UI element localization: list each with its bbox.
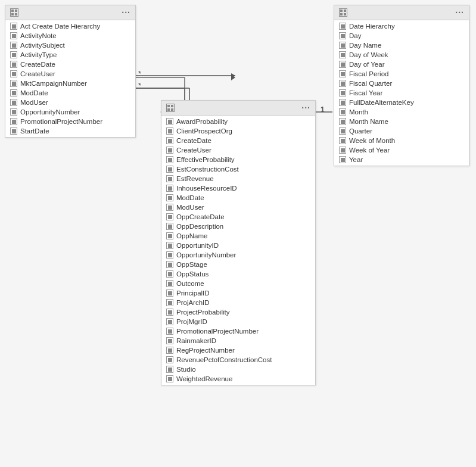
table-row[interactable]: Outcome [161, 279, 315, 288]
table-row[interactable]: CreateUser [161, 145, 315, 155]
table-row[interactable]: Day of Year [334, 60, 469, 69]
table-row[interactable]: Week of Year [334, 145, 469, 155]
table-icon-opp [166, 104, 175, 112]
field-name: OppName [176, 232, 207, 239]
field-type-icon [339, 70, 346, 77]
table-row[interactable]: FullDateAlternateKey [334, 98, 469, 107]
table-row[interactable]: PrincipalID [161, 288, 315, 298]
table-row[interactable]: CreateDate [161, 136, 315, 145]
field-type-icon [339, 156, 346, 163]
table-row[interactable]: OpportunityNumber [5, 107, 135, 117]
table-row[interactable]: ModDate [161, 193, 315, 203]
table-row[interactable]: PromotionalProjectNumber [5, 117, 135, 126]
table-row[interactable]: AwardProbability [161, 117, 315, 126]
field-name: MktCampaignNumber [20, 80, 87, 87]
table-row[interactable]: ActivitySubject [5, 41, 135, 50]
field-type-icon [166, 137, 173, 144]
table-row[interactable]: MktCampaignNumber [5, 79, 135, 88]
field-type-icon [166, 118, 173, 125]
table-row[interactable]: Fiscal Year [334, 88, 469, 98]
table-row[interactable]: Day [334, 31, 469, 41]
field-type-icon [166, 280, 173, 287]
field-name: CreateDate [176, 137, 211, 144]
table-row[interactable]: ClientProspectOrg [161, 126, 315, 136]
table-row[interactable]: Month Name [334, 117, 469, 126]
field-type-icon [10, 70, 17, 77]
mktcalendar-menu[interactable]: ··· [122, 8, 130, 17]
table-row[interactable]: OppStatus [161, 269, 315, 279]
table-row[interactable]: ModUser [161, 203, 315, 212]
table-row[interactable]: Fiscal Period [334, 69, 469, 79]
table-row[interactable]: Year [334, 155, 469, 164]
table-row[interactable]: Fiscal Quarter [334, 79, 469, 88]
table-row[interactable]: CreateUser [5, 69, 135, 79]
mktopportunity-menu[interactable]: ··· [301, 104, 310, 112]
table-row[interactable]: OppStage [161, 260, 315, 269]
table-row[interactable]: OppDescription [161, 222, 315, 231]
table-row[interactable]: RevenuePctofConstructionCost [161, 355, 315, 365]
table-row[interactable]: OppName [161, 231, 315, 241]
field-name: Day [349, 32, 361, 39]
field-name: Fiscal Period [349, 70, 388, 77]
field-name: Week of Month [349, 137, 395, 144]
field-type-icon [339, 23, 346, 30]
table-row[interactable]: OpportunityNumber [161, 250, 315, 260]
field-name: Day of Year [349, 61, 384, 68]
table-row[interactable]: Day Name [334, 41, 469, 50]
table-row[interactable]: RainmakerID [161, 336, 315, 345]
field-type-icon [10, 80, 17, 87]
field-type-icon [339, 80, 346, 87]
field-name: FullDateAlternateKey [349, 99, 414, 106]
table-row[interactable]: ActivityType [5, 50, 135, 60]
field-type-icon [166, 289, 173, 297]
table-row[interactable]: ActivityNote [5, 31, 135, 41]
table-row[interactable]: PromotionalProjectNumber [161, 326, 315, 336]
svg-marker-8 [231, 74, 235, 80]
field-name: Week of Year [349, 147, 390, 154]
mktopportunity-table: ··· AwardProbabilityClientProspectOrgCre… [161, 100, 316, 385]
table-row[interactable]: OppCreateDate [161, 212, 315, 222]
table-row[interactable]: StartDate [5, 126, 135, 136]
field-name: ProjMgrID [176, 318, 207, 325]
field-name: ActivityNote [20, 32, 57, 39]
table-row[interactable]: EstConstructionCost [161, 164, 315, 174]
table-row[interactable]: ProjArchID [161, 298, 315, 307]
table-row[interactable]: Date Hierarchy [334, 21, 469, 31]
table-row[interactable]: Act Create Date Hierarchy [5, 21, 135, 31]
svg-rect-24 [171, 108, 173, 111]
field-type-icon [10, 32, 17, 39]
table-row[interactable]: WeightedRevenue [161, 374, 315, 384]
table-row[interactable]: Month [334, 107, 469, 117]
field-name: AwardProbability [176, 118, 228, 125]
field-type-icon [166, 299, 173, 306]
mktopportunity-header: ··· [161, 101, 315, 116]
table-row[interactable]: EffectiveProbability [161, 155, 315, 164]
field-type-icon [166, 375, 173, 382]
field-type-icon [10, 23, 17, 30]
field-type-icon [166, 185, 173, 192]
table-row[interactable]: RegProjectNumber [161, 345, 315, 355]
mktopportunity-body: AwardProbabilityClientProspectOrgCreateD… [161, 116, 315, 385]
table-icon-date [339, 8, 347, 17]
table-row[interactable]: OpportunityID [161, 241, 315, 250]
field-type-icon [339, 108, 346, 116]
field-type-icon [166, 270, 173, 278]
table-row[interactable]: ModUser [5, 98, 135, 107]
table-row[interactable]: ModDate [5, 88, 135, 98]
table-row[interactable]: Quarter [334, 126, 469, 136]
table-row[interactable]: ProjMgrID [161, 317, 315, 326]
field-name: ProjArchID [176, 299, 210, 306]
table-row[interactable]: ProjectProbability [161, 307, 315, 317]
table-row[interactable]: Week of Month [334, 136, 469, 145]
field-name: ModUser [176, 204, 204, 211]
field-type-icon [166, 156, 173, 163]
table-row[interactable]: InhouseResourceID [161, 183, 315, 193]
table-row[interactable]: CreateDate [5, 60, 135, 69]
datedimension-menu[interactable]: ··· [455, 8, 464, 17]
field-name: InhouseResourceID [176, 185, 237, 192]
field-name: ModUser [20, 99, 48, 106]
table-row[interactable]: EstRevenue [161, 174, 315, 183]
table-row[interactable]: Studio [161, 365, 315, 374]
table-row[interactable]: Day of Week [334, 50, 469, 60]
field-name: ClientProspectOrg [176, 127, 232, 135]
